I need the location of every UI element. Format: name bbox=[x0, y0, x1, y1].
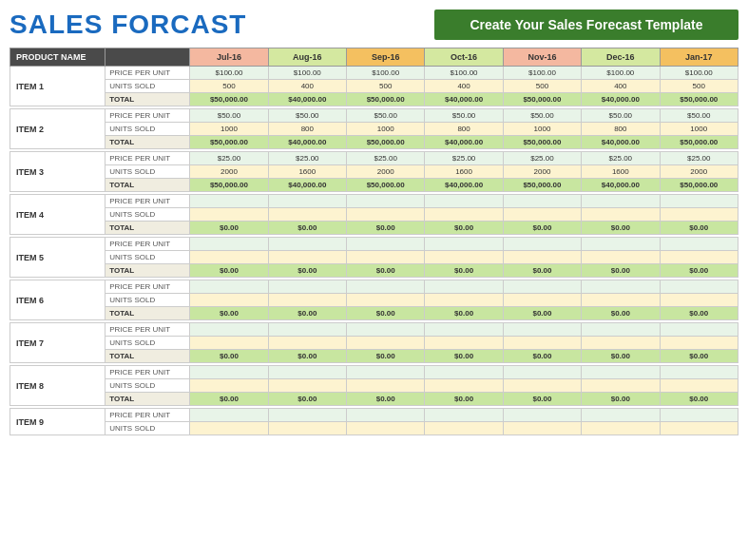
price-cell bbox=[268, 366, 346, 379]
total-cell: $0.00 bbox=[582, 222, 660, 235]
table-row: TOTAL$0.00$0.00$0.00$0.00$0.00$0.00$0.00 bbox=[10, 222, 738, 235]
page-container: SALES FORCAST Create Your Sales Forecast… bbox=[0, 0, 748, 445]
total-cell: $50,000.00 bbox=[190, 136, 268, 149]
units-cell: 800 bbox=[268, 123, 346, 136]
total-label: TOTAL bbox=[105, 264, 190, 278]
price-cell bbox=[425, 323, 503, 337]
item-label-8: ITEM 8 bbox=[10, 366, 105, 406]
units-cell bbox=[190, 251, 268, 264]
total-cell: $0.00 bbox=[503, 264, 581, 278]
units-label: UNITS SOLD bbox=[105, 379, 190, 393]
units-label: UNITS SOLD bbox=[105, 294, 190, 307]
price-cell bbox=[582, 409, 660, 422]
table-row: UNITS SOLD500400500400500400500 bbox=[10, 80, 738, 93]
total-cell: $0.00 bbox=[660, 393, 738, 406]
units-cell bbox=[660, 251, 738, 264]
units-cell bbox=[582, 422, 660, 435]
units-cell: 400 bbox=[582, 80, 660, 93]
total-cell: $0.00 bbox=[425, 393, 503, 406]
units-cell: 2000 bbox=[503, 165, 581, 179]
price-cell bbox=[268, 195, 346, 208]
table-row: ITEM 9PRICE PER UNIT bbox=[10, 409, 738, 422]
units-cell bbox=[582, 251, 660, 264]
units-label: UNITS SOLD bbox=[105, 208, 190, 222]
units-cell bbox=[190, 208, 268, 222]
total-cell: $0.00 bbox=[268, 350, 346, 363]
header-row: SALES FORCAST Create Your Sales Forecast… bbox=[10, 10, 738, 40]
price-cell bbox=[425, 280, 503, 294]
price-label: PRICE PER UNIT bbox=[105, 109, 190, 123]
total-cell: $40,000.00 bbox=[425, 179, 503, 192]
price-cell bbox=[660, 323, 738, 337]
units-cell: 1000 bbox=[190, 123, 268, 136]
units-cell bbox=[425, 208, 503, 222]
units-cell bbox=[503, 379, 581, 393]
total-cell: $40,000.00 bbox=[268, 179, 346, 192]
total-cell: $0.00 bbox=[503, 222, 581, 235]
price-cell: $25.00 bbox=[190, 152, 268, 165]
units-cell: 500 bbox=[660, 80, 738, 93]
units-cell bbox=[582, 294, 660, 307]
item-label-7: ITEM 7 bbox=[10, 323, 105, 363]
table-row: UNITS SOLD bbox=[10, 337, 738, 350]
price-cell: $25.00 bbox=[503, 152, 581, 165]
units-cell bbox=[660, 294, 738, 307]
price-cell bbox=[268, 238, 346, 251]
units-cell bbox=[347, 251, 425, 264]
col-sep: Sep-16 bbox=[347, 48, 425, 67]
units-cell bbox=[660, 422, 738, 435]
units-cell: 800 bbox=[425, 123, 503, 136]
total-label: TOTAL bbox=[105, 136, 190, 149]
price-cell bbox=[190, 280, 268, 294]
units-cell: 1600 bbox=[268, 165, 346, 179]
units-cell bbox=[347, 422, 425, 435]
price-cell: $25.00 bbox=[347, 152, 425, 165]
units-cell bbox=[582, 379, 660, 393]
price-cell bbox=[268, 409, 346, 422]
total-cell: $0.00 bbox=[660, 350, 738, 363]
item-label-9: ITEM 9 bbox=[10, 409, 105, 435]
table-row: ITEM 8PRICE PER UNIT bbox=[10, 366, 738, 379]
price-cell bbox=[190, 366, 268, 379]
units-label: UNITS SOLD bbox=[105, 80, 190, 93]
price-cell bbox=[347, 195, 425, 208]
price-cell bbox=[347, 409, 425, 422]
total-cell: $0.00 bbox=[582, 393, 660, 406]
price-cell bbox=[425, 195, 503, 208]
item-label-5: ITEM 5 bbox=[10, 238, 105, 278]
price-cell: $100.00 bbox=[660, 67, 738, 80]
units-cell bbox=[347, 379, 425, 393]
price-cell: $100.00 bbox=[503, 67, 581, 80]
price-cell: $25.00 bbox=[425, 152, 503, 165]
price-cell bbox=[503, 366, 581, 379]
total-cell: $0.00 bbox=[425, 222, 503, 235]
col-product: PRODUCT NAME bbox=[10, 48, 105, 67]
units-label: UNITS SOLD bbox=[105, 337, 190, 350]
table-row: TOTAL$50,000.00$40,000.00$50,000.00$40,0… bbox=[10, 179, 738, 192]
units-cell bbox=[347, 208, 425, 222]
price-cell bbox=[503, 195, 581, 208]
price-cell bbox=[582, 280, 660, 294]
price-cell bbox=[190, 323, 268, 337]
units-cell bbox=[190, 337, 268, 350]
col-jan: Jan-17 bbox=[660, 48, 738, 67]
total-cell: $0.00 bbox=[503, 393, 581, 406]
price-cell: $50.00 bbox=[660, 109, 738, 123]
total-cell: $0.00 bbox=[347, 222, 425, 235]
price-label: PRICE PER UNIT bbox=[105, 366, 190, 379]
total-cell: $40,000.00 bbox=[268, 93, 346, 106]
price-cell: $100.00 bbox=[425, 67, 503, 80]
total-cell: $50,000.00 bbox=[190, 93, 268, 106]
total-cell: $0.00 bbox=[425, 350, 503, 363]
col-aug: Aug-16 bbox=[268, 48, 346, 67]
total-cell: $40,000.00 bbox=[425, 136, 503, 149]
item-label-3: ITEM 3 bbox=[10, 152, 105, 192]
total-cell: $50,000.00 bbox=[190, 179, 268, 192]
price-cell bbox=[503, 238, 581, 251]
units-label: UNITS SOLD bbox=[105, 422, 190, 435]
price-label: PRICE PER UNIT bbox=[105, 152, 190, 165]
table-row: UNITS SOLD bbox=[10, 294, 738, 307]
total-cell: $50,000.00 bbox=[660, 136, 738, 149]
table-header-row: PRODUCT NAME Jul-16 Aug-16 Sep-16 Oct-16… bbox=[10, 48, 738, 67]
price-cell bbox=[503, 280, 581, 294]
